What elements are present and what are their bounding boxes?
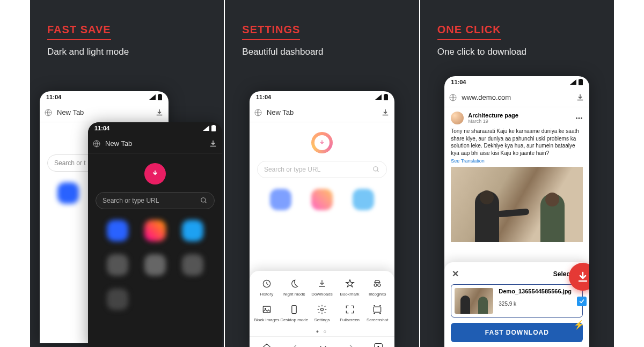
curved-arrow-icon: [586, 284, 589, 338]
settings-item-screenshot[interactable]: Screenshot: [363, 304, 391, 322]
phone-settings: 11:04 New Tab Search or type URL: [250, 91, 394, 347]
settings-item-settings[interactable]: Settings: [308, 304, 336, 322]
battery-icon: [384, 94, 388, 100]
app-shortcut[interactable]: [107, 220, 128, 241]
app-shortcut[interactable]: [353, 189, 374, 210]
screenshot-icon: [372, 304, 383, 315]
svg-rect-4: [213, 125, 215, 126]
address-bar[interactable]: New Tab: [88, 134, 222, 153]
home-icon[interactable]: [261, 342, 272, 347]
address-bar[interactable]: New Tab: [40, 103, 169, 122]
panel-title: FAST SAVE: [47, 24, 111, 40]
file-thumbnail: [455, 288, 493, 314]
panel-subtitle: One click to download: [437, 47, 526, 57]
page-dots: ● ○: [250, 327, 394, 336]
bottom-nav: 1: [250, 336, 394, 347]
browser-body: Search or type URL: [88, 163, 222, 347]
see-translation-link[interactable]: See Translation: [451, 158, 485, 164]
post-author[interactable]: Architecture page: [468, 112, 518, 119]
chevron-down-icon[interactable]: [318, 343, 328, 347]
battery-icon: [579, 79, 583, 85]
svg-rect-20: [580, 79, 582, 80]
app-shortcut[interactable]: [57, 182, 79, 204]
app-shortcut[interactable]: [270, 189, 291, 210]
panel-subtitle: Dark and light mode: [47, 47, 129, 57]
moon-icon: [289, 278, 299, 289]
clock: 11:04: [46, 94, 61, 100]
back-icon[interactable]: [291, 343, 299, 347]
app-shortcut[interactable]: [144, 254, 166, 276]
close-icon[interactable]: ✕: [452, 269, 459, 279]
file-checkbox[interactable]: [577, 297, 587, 306]
tabs-button[interactable]: 1: [374, 343, 383, 347]
download-icon[interactable]: [208, 139, 218, 149]
fast-download-button[interactable]: FAST DOWNLOAD ⚡: [451, 323, 583, 342]
settings-item-incognito[interactable]: Incognito: [363, 278, 391, 297]
browser-body: Search or type URL History Night mode Do…: [250, 132, 394, 347]
settings-label: Downloads: [311, 292, 333, 297]
app-shortcut[interactable]: [107, 289, 128, 310]
panel-title: SETTINGS: [242, 24, 300, 40]
settings-label: History: [260, 292, 273, 297]
svg-rect-19: [579, 79, 583, 85]
settings-item-downloads[interactable]: Downloads: [308, 278, 336, 297]
settings-item-desktop[interactable]: Desktop mode: [281, 304, 309, 322]
settings-grid: History Night mode Downloads Bookmark In…: [250, 271, 394, 327]
settings-item-blockimages[interactable]: Block images: [253, 304, 281, 322]
download-icon[interactable]: [155, 108, 164, 117]
settings-label: Bookmark: [340, 292, 360, 297]
settings-item-fullscreen[interactable]: Fullscreen: [336, 304, 364, 322]
download-icon: [576, 270, 589, 283]
svg-rect-8: [385, 94, 387, 95]
app-shortcut[interactable]: [144, 220, 166, 241]
download-icon[interactable]: [575, 93, 585, 102]
status-icons: [570, 79, 583, 85]
incognito-icon: [372, 278, 383, 289]
sheet-header: ✕ Select All: [451, 268, 583, 284]
address-bar[interactable]: www.demo.com: [444, 88, 589, 107]
status-bar: 11:04: [88, 122, 222, 134]
status-bar: 11:04: [40, 91, 169, 103]
search-bar[interactable]: Search or type URL: [257, 161, 387, 178]
clock: 11:04: [94, 125, 109, 131]
panel-settings: SETTINGS Beautiful dashboard 11:04 New T…: [225, 0, 419, 347]
app-shortcut[interactable]: [182, 220, 203, 241]
history-icon: [261, 278, 272, 289]
signal-icon: [375, 94, 382, 100]
panel-fastsave: FAST SAVE Dark and light mode 11:04 New …: [30, 0, 224, 347]
clock: 11:04: [451, 79, 466, 85]
forward-icon[interactable]: [347, 343, 355, 347]
panel-subtitle: Beautiful dashboard: [242, 47, 323, 57]
panel-header: ONE CLICK One click to download: [437, 24, 526, 57]
address-bar[interactable]: New Tab: [250, 103, 394, 122]
file-card[interactable]: Demo_1365544585566.jpg 325.9 k: [451, 284, 583, 318]
url-text: New Tab: [267, 108, 376, 116]
download-icon[interactable]: [380, 108, 390, 117]
app-shortcut[interactable]: [107, 254, 128, 276]
status-icons: [203, 125, 216, 131]
search-icon: [200, 197, 208, 204]
svg-point-13: [378, 284, 380, 286]
settings-item-nightmode[interactable]: Night mode: [281, 278, 309, 297]
svg-rect-14: [263, 306, 270, 313]
app-shortcut[interactable]: [53, 246, 74, 267]
svg-rect-16: [292, 306, 296, 314]
settings-item-bookmark[interactable]: Bookmark: [336, 278, 364, 297]
search-placeholder: Search or t: [54, 159, 86, 167]
svg-point-12: [374, 284, 377, 286]
app-shortcut[interactable]: [182, 254, 203, 276]
app-shortcut[interactable]: [311, 189, 333, 210]
svg-rect-3: [211, 125, 216, 131]
settings-label: Block images: [254, 318, 280, 322]
promo-canvas: FAST SAVE Dark and light mode 11:04 New …: [0, 0, 644, 347]
search-placeholder: Search or type URL: [264, 166, 368, 173]
star-icon: [345, 278, 355, 289]
search-bar[interactable]: Search or type URL: [96, 192, 215, 209]
avatar[interactable]: [451, 112, 464, 124]
more-icon[interactable]: •••: [576, 115, 583, 121]
settings-item-history[interactable]: History: [253, 278, 281, 297]
post-image[interactable]: [451, 167, 583, 242]
download-icon: [317, 278, 327, 289]
app-grid: [250, 178, 394, 210]
file-name: Demo_1365544585566.jpg: [499, 288, 572, 294]
